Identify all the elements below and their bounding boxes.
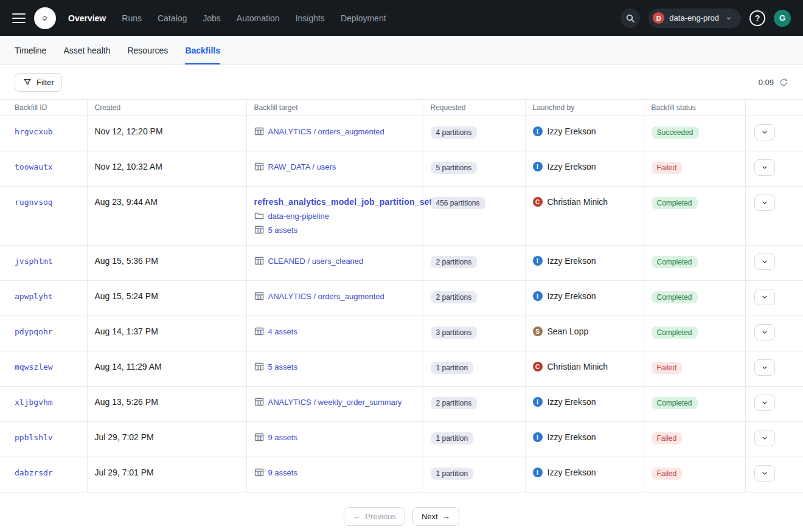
deployment-label: data-eng-prod bbox=[669, 13, 719, 22]
backfill-id-link[interactable]: dabzrsdr bbox=[15, 468, 53, 477]
status-badge: Completed bbox=[652, 326, 698, 339]
row-menu-button[interactable] bbox=[754, 289, 775, 305]
nav-item-catalog[interactable]: Catalog bbox=[158, 13, 187, 23]
header-actions bbox=[745, 100, 803, 116]
avatar: I bbox=[533, 432, 543, 442]
backfill-id-link[interactable]: toowautx bbox=[15, 162, 53, 171]
chevron-down-icon bbox=[760, 199, 770, 207]
asset-link[interactable]: 5 assets bbox=[268, 362, 297, 371]
asset-table-icon bbox=[254, 162, 264, 171]
asset-link[interactable]: ANALYTICS / orders_augmented bbox=[268, 292, 384, 301]
asset-link[interactable]: 9 assets bbox=[268, 433, 297, 442]
created-text: Aug 15, 5:24 PM bbox=[95, 291, 158, 301]
row-menu-button[interactable] bbox=[754, 254, 775, 270]
table-row: mqwszlew Aug 14, 11:29 AM 5 assets 1 par… bbox=[0, 351, 803, 387]
asset-link[interactable]: ANALYTICS / weekly_order_summary bbox=[268, 398, 402, 407]
help-icon[interactable]: ? bbox=[749, 10, 765, 26]
chevron-down-icon bbox=[760, 434, 770, 442]
launched-by-name: Izzy Erekson bbox=[548, 162, 596, 171]
asset-table-icon bbox=[254, 291, 264, 301]
avatar: I bbox=[533, 397, 543, 407]
backfill-id-link[interactable]: apwplyht bbox=[15, 292, 53, 301]
next-label: Next bbox=[422, 512, 438, 521]
job-link[interactable]: refresh_analytics_model_job_partition_se… bbox=[254, 197, 433, 207]
row-menu-button[interactable] bbox=[754, 324, 775, 340]
table-row: apwplyht Aug 15, 5:24 PM ANALYTICS / ord… bbox=[0, 281, 803, 316]
avatar: I bbox=[533, 256, 543, 266]
launched-by-name: Christian Minich bbox=[548, 362, 608, 371]
row-menu-button[interactable] bbox=[754, 359, 775, 376]
asset-link[interactable]: CLEANED / users_cleaned bbox=[268, 257, 364, 266]
header-backfill-id: Backfill ID bbox=[0, 100, 87, 116]
arrow-right-icon: → bbox=[442, 512, 450, 521]
nav-item-insights[interactable]: Insights bbox=[296, 13, 325, 23]
assets-link[interactable]: 5 assets bbox=[268, 226, 297, 235]
tab-timeline[interactable]: Timeline bbox=[15, 36, 46, 64]
launched-by-name: Sean Lopp bbox=[548, 326, 589, 336]
row-menu-button[interactable] bbox=[754, 465, 775, 482]
row-menu-button[interactable] bbox=[754, 395, 775, 411]
backfill-id-link[interactable]: ppblshlv bbox=[15, 433, 53, 442]
launched-by-name: Izzy Erekson bbox=[548, 256, 596, 266]
tab-asset-health[interactable]: Asset health bbox=[63, 36, 110, 64]
requested-badge: 2 partitions bbox=[431, 291, 478, 303]
avatar: I bbox=[533, 162, 543, 171]
backfill-id-link[interactable]: pdypqohr bbox=[15, 327, 53, 336]
previous-label: Previous bbox=[365, 512, 396, 521]
backfill-id-link[interactable]: mqwszlew bbox=[15, 362, 53, 371]
asset-link[interactable]: 9 assets bbox=[268, 468, 297, 477]
nav-item-jobs[interactable]: Jobs bbox=[203, 13, 221, 23]
code-location-link[interactable]: data-eng-pipeline bbox=[268, 212, 329, 221]
backfill-id-link[interactable]: hrgvcxub bbox=[15, 127, 53, 136]
tab-backfills[interactable]: Backfills bbox=[185, 36, 220, 64]
previous-page-button[interactable]: ← Previous bbox=[344, 507, 405, 526]
backfill-id-link[interactable]: jvsphtmt bbox=[15, 257, 53, 266]
row-menu-button[interactable] bbox=[754, 430, 775, 446]
backfill-id-link[interactable]: rugnvsoq bbox=[15, 198, 53, 207]
requested-badge: 456 partitions bbox=[431, 197, 485, 209]
row-menu-button[interactable] bbox=[754, 124, 775, 140]
status-badge: Failed bbox=[652, 468, 683, 480]
row-menu-button[interactable] bbox=[754, 195, 775, 211]
asset-link[interactable]: RAW_DATA / users bbox=[268, 162, 336, 171]
header-launched-by: Launched by bbox=[525, 100, 644, 116]
backfill-id-link[interactable]: xljbgvhm bbox=[15, 398, 53, 407]
next-page-button[interactable]: Next → bbox=[412, 507, 459, 526]
nav-item-deployment[interactable]: Deployment bbox=[341, 13, 386, 23]
table-row: dabzrsdr Jul 29, 7:01 PM 9 assets 1 part… bbox=[0, 457, 803, 492]
search-icon[interactable] bbox=[620, 9, 640, 28]
launched-by-name: Christian Minich bbox=[548, 197, 608, 207]
status-badge: Failed bbox=[652, 162, 683, 174]
nav-item-runs[interactable]: Runs bbox=[122, 13, 142, 23]
asset-table-icon bbox=[254, 225, 264, 235]
created-text: Nov 12, 10:32 AM bbox=[95, 162, 162, 171]
asset-link[interactable]: 4 assets bbox=[268, 327, 297, 336]
table-row: hrgvcxub Nov 12, 12:20 PM ANALYTICS / or… bbox=[0, 116, 803, 151]
avatar: S bbox=[533, 326, 543, 336]
filter-label: Filter bbox=[36, 78, 54, 87]
launched-by-name: Izzy Erekson bbox=[548, 291, 596, 301]
dagster-logo-icon[interactable] bbox=[34, 7, 56, 29]
tab-resources[interactable]: Resources bbox=[127, 36, 168, 64]
refresh-icon[interactable] bbox=[779, 78, 788, 87]
menu-icon[interactable] bbox=[12, 13, 26, 23]
asset-link[interactable]: ANALYTICS / orders_augmented bbox=[268, 127, 384, 136]
topnav-right: D data-eng-prod ? G bbox=[620, 9, 791, 28]
requested-badge: 3 partitions bbox=[431, 326, 478, 339]
filter-button[interactable]: Filter bbox=[15, 73, 62, 92]
asset-table-icon bbox=[254, 397, 264, 407]
requested-badge: 1 partition bbox=[431, 468, 474, 480]
user-avatar[interactable]: G bbox=[774, 10, 791, 27]
nav-item-automation[interactable]: Automation bbox=[237, 13, 280, 23]
row-menu-button[interactable] bbox=[754, 159, 775, 176]
chevron-down-icon bbox=[760, 328, 770, 336]
nav-item-overview[interactable]: Overview bbox=[68, 13, 106, 23]
backfills-toolbar: Filter 0:09 bbox=[0, 65, 803, 99]
created-text: Aug 14, 11:29 AM bbox=[95, 362, 162, 371]
created-text: Nov 12, 12:20 PM bbox=[95, 126, 163, 136]
asset-table-icon bbox=[254, 326, 264, 336]
avatar: C bbox=[533, 362, 543, 371]
requested-badge: 2 partitions bbox=[431, 256, 478, 268]
avatar: C bbox=[533, 197, 543, 207]
deployment-switcher[interactable]: D data-eng-prod bbox=[648, 9, 741, 28]
